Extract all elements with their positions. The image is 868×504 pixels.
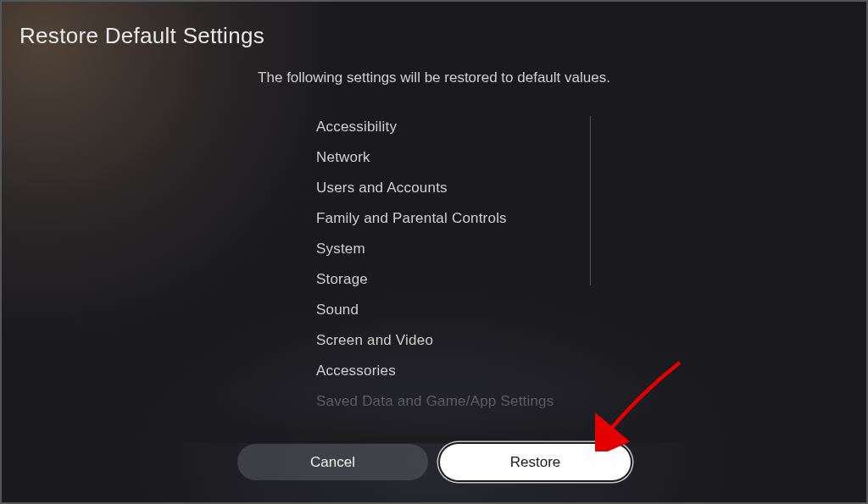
scrollbar[interactable]	[590, 116, 591, 285]
list-item: Accessibility	[316, 112, 621, 142]
settings-list: Accessibility Network Users and Accounts…	[316, 112, 621, 417]
page-title: Restore Default Settings	[19, 23, 264, 49]
list-item: System	[316, 234, 621, 264]
list-item: Accessories	[316, 356, 621, 386]
list-item: Storage	[316, 264, 621, 295]
background-glow	[0, 0, 341, 341]
cancel-button[interactable]: Cancel	[237, 444, 428, 480]
button-row: Cancel Restore	[2, 444, 866, 480]
list-item: Users and Accounts	[316, 173, 621, 203]
list-item: Network	[316, 142, 621, 173]
description-text: The following settings will be restored …	[2, 69, 866, 86]
restore-button[interactable]: Restore	[440, 444, 631, 480]
list-item: Family and Parental Controls	[316, 203, 621, 234]
list-item: Screen and Video	[316, 325, 621, 356]
list-item: Saved Data and Game/App Settings	[316, 386, 621, 417]
list-item: Sound	[316, 295, 621, 325]
